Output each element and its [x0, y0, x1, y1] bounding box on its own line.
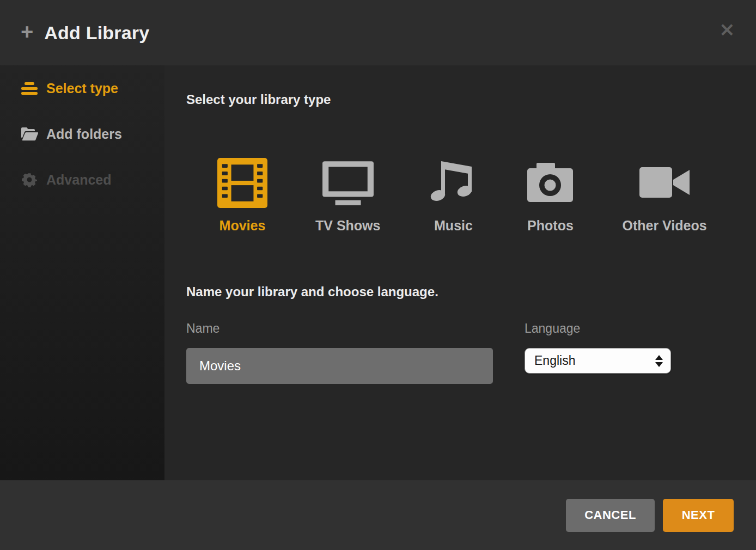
dialog-title: Add Library	[44, 22, 149, 44]
main-panel: Select your library type	[164, 65, 756, 480]
type-option-photos[interactable]: Photos	[526, 158, 574, 234]
library-name-input[interactable]	[186, 348, 493, 384]
plus-icon: +	[21, 21, 33, 42]
type-option-label: Photos	[527, 218, 574, 234]
next-button[interactable]: NEXT	[663, 499, 734, 532]
close-icon[interactable]: ×	[719, 20, 735, 39]
language-select[interactable]: English	[525, 348, 671, 374]
sidebar-item-add-folders[interactable]: Add folders	[0, 111, 164, 157]
tv-icon	[321, 158, 375, 208]
type-option-tv-shows[interactable]: TV Shows	[315, 158, 380, 234]
type-option-label: Movies	[220, 218, 266, 234]
steps-sidebar: Select type Add folders Advanced	[0, 65, 164, 480]
type-option-label: Other Videos	[622, 218, 706, 234]
sidebar-item-label: Advanced	[46, 172, 111, 188]
film-strip-icon	[217, 158, 267, 208]
library-type-picker: Movies TV Shows	[217, 158, 756, 234]
language-field-label: Language	[525, 321, 671, 336]
sidebar-item-advanced: Advanced	[0, 157, 164, 203]
cancel-button[interactable]: CANCEL	[566, 499, 655, 532]
type-option-label: TV Shows	[315, 218, 380, 234]
type-option-movies[interactable]: Movies	[217, 158, 267, 234]
sidebar-item-label: Add folders	[46, 126, 122, 142]
video-camera-icon	[638, 158, 691, 208]
folder-open-icon	[21, 127, 38, 141]
dialog-footer: CANCEL NEXT	[0, 480, 756, 550]
type-option-other-videos[interactable]: Other Videos	[622, 158, 706, 234]
type-option-label: Music	[434, 218, 473, 234]
select-stepper-icon	[655, 355, 663, 367]
name-section-heading: Name your library and choose language.	[186, 284, 756, 300]
dialog-header: + Add Library ×	[0, 0, 756, 65]
list-icon	[21, 82, 38, 95]
sidebar-item-select-type[interactable]: Select type	[0, 65, 164, 111]
type-option-music[interactable]: Music	[428, 158, 478, 234]
name-language-form: Name Language English	[186, 321, 756, 384]
sidebar-item-label: Select type	[46, 81, 118, 96]
language-selected-value: English	[534, 353, 575, 368]
gear-icon	[21, 172, 38, 187]
music-notes-icon	[428, 158, 478, 208]
camera-icon	[526, 158, 574, 208]
type-section-heading: Select your library type	[186, 91, 756, 108]
name-field-label: Name	[186, 321, 493, 336]
